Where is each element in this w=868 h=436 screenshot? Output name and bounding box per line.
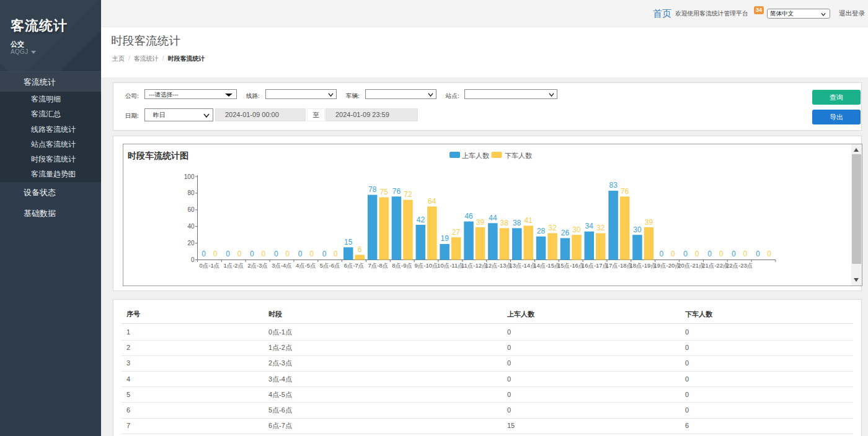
svg-text:13点-14点: 13点-14点 [509, 262, 536, 269]
svg-text:38: 38 [513, 219, 521, 227]
svg-text:0点-1点: 0点-1点 [200, 262, 220, 269]
svg-text:0: 0 [683, 250, 688, 258]
svg-text:16点-17点: 16点-17点 [582, 262, 608, 269]
svg-text:26: 26 [561, 229, 570, 237]
svg-text:46: 46 [464, 212, 473, 220]
svg-text:0: 0 [756, 250, 760, 258]
svg-text:80: 80 [187, 190, 195, 196]
svg-text:72: 72 [404, 190, 412, 199]
svg-text:0: 0 [695, 250, 699, 258]
svg-text:39: 39 [645, 218, 653, 227]
svg-text:2点-3点: 2点-3点 [247, 262, 268, 269]
svg-text:0: 0 [334, 250, 338, 258]
svg-text:0: 0 [767, 250, 771, 258]
svg-text:83: 83 [609, 181, 618, 190]
svg-text:0: 0 [671, 250, 675, 258]
svg-text:下车人数: 下车人数 [505, 152, 532, 159]
svg-text:0: 0 [285, 250, 290, 258]
svg-text:39: 39 [476, 218, 485, 227]
svg-text:19点-20点: 19点-20点 [653, 262, 680, 269]
svg-text:40: 40 [187, 223, 195, 230]
svg-text:15: 15 [344, 238, 353, 246]
svg-text:75: 75 [379, 188, 388, 196]
svg-text:0: 0 [237, 250, 242, 258]
svg-text:0: 0 [250, 250, 254, 258]
svg-text:4点-5点: 4点-5点 [296, 262, 316, 269]
svg-text:44: 44 [489, 214, 497, 222]
svg-text:11点-12点: 11点-12点 [461, 262, 488, 269]
svg-text:18点-19点: 18点-19点 [630, 262, 657, 269]
svg-text:14点-15点: 14点-15点 [533, 262, 560, 269]
svg-text:17点-18点: 17点-18点 [606, 262, 632, 269]
svg-text:32: 32 [596, 224, 605, 232]
svg-text:15点-16点: 15点-16点 [557, 262, 584, 269]
svg-text:0: 0 [743, 250, 747, 258]
svg-text:12点-13点: 12点-13点 [485, 262, 512, 269]
svg-text:5点-6点: 5点-6点 [320, 262, 340, 269]
svg-text:0: 0 [732, 250, 736, 258]
svg-text:6: 6 [358, 245, 362, 254]
svg-text:20: 20 [187, 240, 195, 246]
svg-text:27: 27 [452, 228, 461, 237]
svg-text:76: 76 [621, 187, 629, 196]
svg-text:7点-8点: 7点-8点 [368, 262, 389, 269]
svg-text:32: 32 [548, 224, 557, 232]
svg-text:100: 100 [184, 173, 195, 180]
svg-text:76: 76 [392, 187, 401, 196]
svg-text:19: 19 [441, 234, 450, 243]
svg-text:34: 34 [585, 222, 594, 230]
svg-text:20点-21点: 20点-21点 [678, 262, 704, 269]
svg-text:0: 0 [322, 250, 327, 258]
svg-text:0: 0 [719, 250, 724, 258]
svg-text:0: 0 [274, 250, 278, 258]
svg-text:60: 60 [187, 206, 195, 213]
svg-text:41: 41 [525, 216, 533, 225]
svg-text:0: 0 [298, 250, 303, 258]
svg-text:64: 64 [428, 197, 436, 206]
svg-text:38: 38 [500, 219, 509, 227]
svg-text:10点-11点: 10点-11点 [437, 262, 464, 269]
svg-text:0: 0 [660, 250, 664, 258]
svg-text:0: 0 [191, 256, 195, 263]
svg-text:8点-9点: 8点-9点 [392, 262, 412, 269]
svg-text:上车人数: 上车人数 [462, 152, 489, 159]
svg-text:22点-23点: 22点-23点 [726, 262, 753, 269]
svg-text:30: 30 [572, 225, 581, 234]
svg-text:0: 0 [213, 250, 218, 258]
svg-text:0: 0 [226, 250, 230, 258]
svg-text:6点-7点: 6点-7点 [344, 262, 365, 269]
svg-text:30: 30 [633, 225, 642, 234]
svg-text:0: 0 [261, 250, 265, 258]
svg-text:28: 28 [537, 227, 546, 235]
svg-text:0: 0 [202, 250, 206, 258]
svg-text:0: 0 [309, 250, 314, 258]
svg-text:1点-2点: 1点-2点 [223, 262, 244, 269]
svg-text:3点-4点: 3点-4点 [272, 262, 292, 269]
svg-text:78: 78 [368, 185, 377, 194]
svg-text:21点-22点: 21点-22点 [702, 262, 728, 269]
svg-text:42: 42 [417, 216, 425, 224]
svg-text:0: 0 [707, 250, 712, 258]
svg-text:9点-10点: 9点-10点 [415, 262, 438, 269]
svg-text:时段车流统计图: 时段车流统计图 [128, 150, 188, 160]
